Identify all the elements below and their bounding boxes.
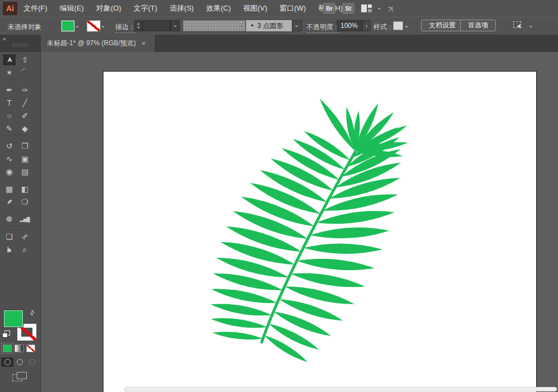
opacity-expand-button[interactable]: ›	[362, 20, 371, 31]
lasso-tool[interactable]: ⌒	[18, 67, 32, 79]
tools-divider	[3, 136, 29, 139]
none-button[interactable]	[26, 344, 36, 353]
opacity-link[interactable]: 不透明度：	[306, 22, 340, 33]
fill-chevron-icon[interactable]: ›	[74, 26, 81, 28]
select-similar-chevron-icon[interactable]: ›	[528, 26, 534, 28]
stock-icon[interactable]: St	[342, 3, 354, 14]
draw-normal-button[interactable]	[1, 357, 13, 367]
menu-item-select[interactable]: 选择(S)	[163, 0, 200, 17]
mesh-tool[interactable]: ▦	[2, 183, 16, 195]
hand-tool[interactable]: ☛	[2, 243, 16, 256]
collapse-panel-icon[interactable]: «	[3, 35, 6, 42]
eraser-tool[interactable]: ◆	[18, 122, 32, 135]
slice-tool[interactable]: ✂	[18, 230, 32, 243]
document-setup-button[interactable]: 文档设置	[421, 20, 464, 31]
magic-wand-tool[interactable]: ✶	[2, 67, 16, 79]
brush-definition-dropdown[interactable]: ›	[292, 20, 302, 31]
opacity-field[interactable]: 100%	[337, 20, 362, 31]
perspective-grid-tool[interactable]: ▤	[18, 166, 32, 178]
direct-selection-tool[interactable]: ⇧	[18, 54, 32, 66]
color-button[interactable]	[2, 344, 12, 353]
stepper-down-icon[interactable]: ∨	[137, 26, 140, 29]
stroke-weight-dropdown[interactable]: ›	[170, 20, 180, 31]
paintbrush-tool[interactable]: ✐	[18, 110, 32, 122]
selection-tool[interactable]: ➤	[2, 54, 16, 66]
tools-divider	[3, 209, 29, 212]
tools-dock-header: «	[0, 35, 41, 52]
chevron-down-icon[interactable]: ›	[294, 25, 300, 27]
menu-item-window[interactable]: 窗口(W)	[273, 0, 312, 17]
menu-item-edit[interactable]: 编辑(E)	[54, 0, 90, 17]
brush-definition-field[interactable]: • 3 点圆形	[246, 20, 292, 31]
document-tab-title: 未标题-1* @ 97% (RGB/预览)	[47, 39, 136, 48]
draw-inside-button	[26, 357, 38, 367]
tools-divider	[3, 80, 29, 83]
palm-frond-artwork[interactable]	[103, 72, 535, 391]
close-tab-icon[interactable]: ×	[141, 40, 146, 47]
rotate-tool[interactable]: ↺	[2, 140, 16, 152]
style-chevron-icon[interactable]: ›	[404, 26, 410, 28]
draw-behind-button[interactable]	[13, 357, 26, 367]
select-similar-objects-icon[interactable]: ➤	[513, 21, 524, 30]
artboard-tool[interactable]: ❏	[2, 230, 16, 243]
free-transform-tool[interactable]: ▣	[18, 153, 32, 165]
pasteboard	[41, 52, 558, 392]
fill-swatch[interactable]	[4, 310, 23, 327]
type-tool[interactable]: T	[2, 97, 16, 109]
menu-item-view[interactable]: 视图(V)	[237, 0, 273, 17]
gradient-tool[interactable]: ◧	[18, 183, 32, 195]
graph-tool[interactable]: ▂▅█	[18, 213, 32, 225]
document-tab-bar: « 未标题-1* @ 97% (RGB/预览) ×	[0, 35, 558, 52]
preferences-button[interactable]: 首选项	[460, 20, 496, 31]
swap-fill-stroke-icon[interactable]: ⇄	[28, 309, 37, 318]
control-bar: 未选择对象 › › 描边： ∧ ∨ › › • 3 点圆形 › 不透明度： 10…	[0, 17, 558, 35]
brush-dot-icon: •	[251, 22, 253, 30]
style-swatch[interactable]	[394, 22, 403, 30]
tools-divider	[3, 226, 29, 229]
pencil-tool[interactable]: ✎	[2, 122, 16, 135]
symbol-sprayer-tool[interactable]: ❁	[2, 213, 16, 225]
separator	[56, 19, 57, 32]
brush-name: 3 点圆形	[257, 21, 283, 31]
menu-item-file[interactable]: 文件(F)	[17, 0, 54, 17]
zoom-tool[interactable]: ⌕	[18, 243, 32, 256]
blend-tool[interactable]: ❍	[18, 196, 32, 208]
stroke-weight-stepper[interactable]: ∧ ∨	[134, 20, 143, 31]
shape-builder-tool[interactable]: ◉	[2, 166, 16, 178]
ellipse-tool[interactable]: ○	[2, 110, 16, 122]
tools-divider	[3, 179, 29, 182]
curvature-tool[interactable]: ✑	[18, 84, 32, 96]
change-screen-mode-icon[interactable]	[12, 372, 27, 382]
width-tool[interactable]: ∿	[2, 153, 16, 165]
horizontal-scrollbar-thumb[interactable]	[125, 388, 556, 391]
menu-item-effect[interactable]: 效果(C)	[200, 0, 237, 17]
pen-tool[interactable]: ✒	[2, 84, 16, 96]
no-selection-label: 未选择对象	[8, 22, 41, 32]
tools-panel-grip[interactable]	[13, 43, 27, 47]
chevron-down-icon[interactable]: ›	[376, 7, 382, 10]
style-label: 样式：	[373, 22, 394, 32]
chevron-down-icon[interactable]: ›	[172, 25, 178, 27]
menu-item-type[interactable]: 文字(T)	[127, 0, 164, 17]
gradient-button[interactable]	[14, 344, 24, 353]
tools-panel: ➤⇧✶⌒✒✑T╱○✐✎◆↺❐∿▣◉▤▦◧✒❍❁▂▅█❏✂☛⌕ ⇄	[0, 52, 41, 392]
drawing-mode-buttons	[1, 357, 38, 367]
menu-item-object[interactable]: 对象(O)	[90, 0, 127, 17]
default-fill-stroke-icon[interactable]	[2, 330, 10, 338]
gpu-performance-icon[interactable]: ✈	[385, 2, 398, 15]
stroke-chevron-icon[interactable]: ›	[100, 26, 106, 28]
control-bar-grip[interactable]	[1, 20, 4, 32]
fill-color-swatch[interactable]	[62, 21, 74, 31]
eyedropper-tool[interactable]: ✒	[2, 196, 16, 208]
chevron-down-icon: ›	[239, 25, 245, 27]
tools-grid: ➤⇧✶⌒✒✑T╱○✐✎◆↺❐∿▣◉▤▦◧✒❍❁▂▅█❏✂☛⌕	[2, 54, 32, 256]
document-tab[interactable]: 未标题-1* @ 97% (RGB/预览) ×	[41, 35, 155, 52]
stroke-weight-field[interactable]	[143, 20, 170, 31]
stroke-color-swatch[interactable]	[87, 21, 100, 31]
color-mode-buttons	[2, 344, 36, 353]
stroke-weight-link[interactable]: 描边：	[115, 22, 135, 33]
bridge-icon[interactable]: Br	[323, 3, 335, 14]
line-segment-tool[interactable]: ╱	[18, 97, 32, 109]
workspace-switcher-icon[interactable]	[361, 4, 372, 12]
scale-tool[interactable]: ❐	[18, 140, 32, 152]
